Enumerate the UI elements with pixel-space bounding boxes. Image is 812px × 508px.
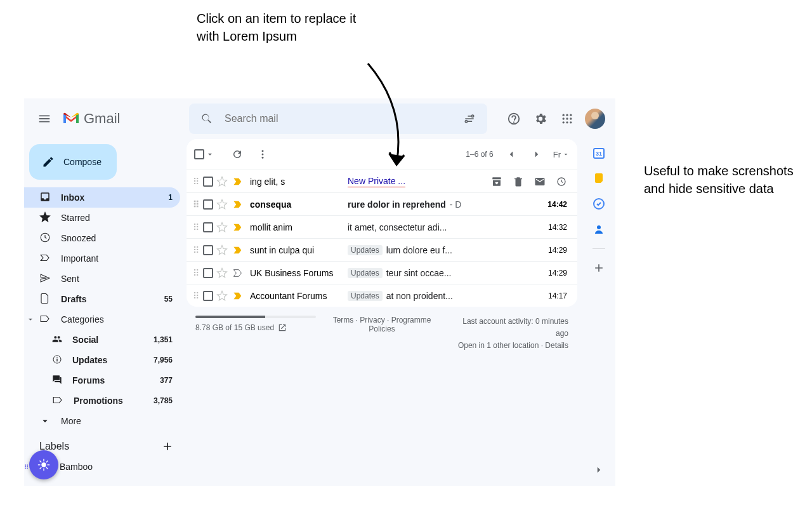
snooze-icon[interactable] <box>552 172 571 191</box>
mail-row[interactable]: ⠿consequarure dolor in reprehend - D14:4… <box>187 192 577 215</box>
star-icon[interactable] <box>214 176 230 187</box>
activity-details[interactable]: Open in 1 other location · Details <box>448 340 568 352</box>
search-input[interactable] <box>219 113 457 124</box>
mail-area: 1–6 of 6 Fr ⠿ing elit, sNew Private ...⠿… <box>187 139 582 486</box>
settings-icon[interactable] <box>528 106 553 131</box>
caret-icon <box>25 315 36 324</box>
refresh-button[interactable] <box>225 142 250 167</box>
gmail-logo[interactable]: Gmail <box>60 110 187 127</box>
importance-marker-icon[interactable] <box>230 246 246 255</box>
mail-row[interactable]: ⠿mollit animit amet, consectetur adi...1… <box>187 215 577 238</box>
drag-handle-icon[interactable]: ⠿ <box>193 245 202 255</box>
terms-link[interactable]: Terms <box>333 316 354 324</box>
star-icon[interactable] <box>214 244 230 256</box>
row-checkbox[interactable] <box>202 268 214 278</box>
row-checkbox[interactable] <box>202 245 214 255</box>
drag-handle-icon[interactable]: ⠿ <box>193 199 202 210</box>
mail-subject: Updatesat non proident... <box>348 291 539 301</box>
tag-icon <box>52 394 63 408</box>
sidebar-item-forums[interactable]: Forums377 <box>24 370 180 391</box>
next-page-button[interactable] <box>524 142 549 167</box>
add-label-icon[interactable] <box>161 440 174 453</box>
apps-icon[interactable] <box>554 106 580 131</box>
compose-label: Compose <box>63 157 102 167</box>
prev-page-button[interactable] <box>499 142 524 167</box>
category-badge: Updates <box>348 291 383 301</box>
mail-subject: it amet, consectetur adi... <box>348 222 539 232</box>
importance-marker-icon[interactable] <box>230 291 246 300</box>
annotation-right: Useful to make screnshots and hide sensi… <box>644 162 796 197</box>
calendar-app-icon[interactable]: 31 <box>593 147 605 159</box>
delete-icon[interactable] <box>509 172 528 191</box>
mail-row[interactable]: ⠿Accountant ForumsUpdatesat non proident… <box>187 284 577 307</box>
contacts-app-icon[interactable] <box>593 223 605 236</box>
sidebar-item-drafts[interactable]: Drafts55 <box>24 289 180 309</box>
search-options-icon[interactable] <box>457 106 482 131</box>
importance-marker-icon[interactable] <box>230 269 246 277</box>
info-icon <box>52 354 62 366</box>
select-all-checkbox[interactable] <box>194 149 204 159</box>
mail-row[interactable]: ⠿UK Business ForumsUpdatesteur sint occa… <box>187 261 577 284</box>
sidebar-item-important[interactable]: Important <box>24 248 180 269</box>
nav-count: 55 <box>164 295 173 304</box>
search-icon[interactable] <box>194 106 219 131</box>
people-icon <box>52 334 62 346</box>
svg-point-6 <box>570 114 572 116</box>
important-icon <box>39 252 51 265</box>
tasks-app-icon[interactable] <box>593 197 605 210</box>
sidebar-item-snoozed[interactable]: Snoozed <box>24 228 180 248</box>
keep-app-icon[interactable] <box>593 172 605 185</box>
annotation-top: Click on an item to replace it with Lore… <box>197 10 362 45</box>
nav-label: Drafts <box>61 294 154 304</box>
importance-marker-icon[interactable] <box>230 177 246 186</box>
star-icon[interactable] <box>214 222 230 233</box>
compose-button[interactable]: Compose <box>29 144 117 180</box>
mail-row[interactable]: ⠿sunt in culpa quiUpdateslum dolore eu f… <box>187 238 577 261</box>
archive-icon[interactable] <box>487 172 506 191</box>
drag-handle-icon[interactable]: ⠿ <box>193 291 202 301</box>
star-icon[interactable] <box>214 267 230 279</box>
svg-line-31 <box>46 461 48 463</box>
row-checkbox[interactable] <box>202 291 214 301</box>
sidebar-item-social[interactable]: Social1,351 <box>24 330 180 350</box>
row-checkbox[interactable] <box>202 222 214 232</box>
sidebar-item-sent[interactable]: Sent <box>24 269 180 289</box>
select-dropdown-icon[interactable] <box>206 150 214 159</box>
search-bar[interactable] <box>189 104 487 134</box>
add-addon-icon[interactable] <box>593 262 605 274</box>
sidebar-item-more[interactable]: More <box>24 411 180 431</box>
row-checkbox[interactable] <box>202 199 214 210</box>
mail-row[interactable]: ⠿ing elit, sNew Private ... <box>187 170 577 192</box>
extension-fab[interactable] <box>29 450 58 479</box>
row-checkbox[interactable] <box>202 177 214 187</box>
svg-line-28 <box>40 461 42 463</box>
sidebar-item-inbox[interactable]: Inbox1 <box>24 187 180 208</box>
gmail-logo-icon <box>62 112 80 126</box>
mark-unread-icon[interactable] <box>530 172 549 191</box>
drag-handle-icon[interactable]: ⠿ <box>193 222 202 232</box>
fab-drag-handle[interactable]: ⠿ <box>24 464 29 471</box>
privacy-link[interactable]: Privacy <box>360 316 384 324</box>
mail-subject: Updateslum dolore eu f... <box>348 245 539 255</box>
main-menu-button[interactable] <box>29 104 60 134</box>
drag-handle-icon[interactable]: ⠿ <box>193 268 202 278</box>
sidebar-item-starred[interactable]: Starred <box>24 208 180 228</box>
sidebar-item-promotions[interactable]: Promotions3,785 <box>24 391 180 411</box>
star-icon[interactable] <box>214 290 230 302</box>
svg-point-23 <box>41 462 46 467</box>
mail-sender: mollit anim <box>246 222 348 232</box>
send-icon <box>39 272 51 286</box>
sidebar-item-updates[interactable]: Updates7,956 <box>24 350 180 370</box>
drag-handle-icon[interactable]: ⠿ <box>193 177 202 187</box>
input-language-button[interactable]: Fr <box>553 150 570 159</box>
account-avatar[interactable] <box>585 109 605 129</box>
sidebar-item-categories[interactable]: Categories <box>24 309 180 330</box>
support-icon[interactable] <box>501 106 527 131</box>
star-icon[interactable] <box>214 199 230 210</box>
importance-marker-icon[interactable] <box>230 200 246 209</box>
collapse-panel-button[interactable] <box>593 464 605 478</box>
storage-text: 8.78 GB of 15 GB used <box>195 323 274 332</box>
importance-marker-icon[interactable] <box>230 223 246 232</box>
open-external-icon[interactable] <box>278 323 287 332</box>
more-actions-button[interactable] <box>250 142 275 167</box>
